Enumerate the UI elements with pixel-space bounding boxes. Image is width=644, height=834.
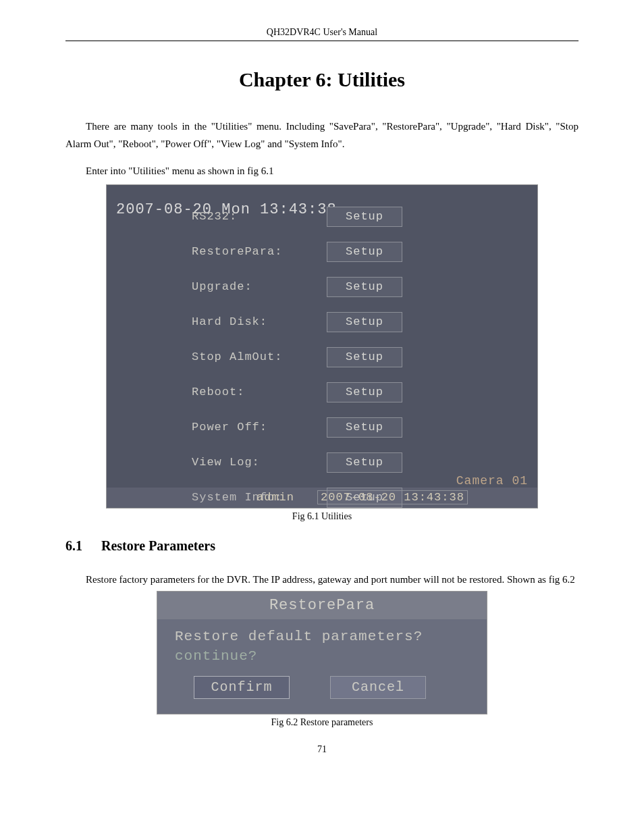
status-user: admin xyxy=(257,491,294,504)
setup-button-upgrade[interactable]: Setup xyxy=(327,277,402,297)
setup-button-rs232[interactable]: Setup xyxy=(327,207,402,227)
dialog-message-line1: Restore default parameters? xyxy=(175,629,469,644)
enter-instruction: Enter into "Utilities" menu as shown in … xyxy=(65,163,579,180)
dialog-body: Restore default parameters? continue? Co… xyxy=(157,619,487,714)
chapter-title: Chapter 6: Utilities xyxy=(65,68,579,91)
page-number: 71 xyxy=(65,744,579,755)
dialog-button-row: Confirm Cancel xyxy=(175,676,469,699)
menu-row-poweroff: Power Off: Setup xyxy=(192,417,510,438)
figure-6-2-restorepara-dialog: RestorePara Restore default parameters? … xyxy=(157,591,487,714)
label-reboot: Reboot: xyxy=(192,386,327,398)
section-6-1-heading: 6.1 Restore Parameters xyxy=(65,538,579,554)
dialog-message-line2: continue? xyxy=(175,648,469,664)
menu-row-rs232: RS232: Setup xyxy=(192,207,510,227)
figure-6-2-caption: Fig 6.2 Restore parameters xyxy=(65,717,579,728)
label-restorepara: RestorePara: xyxy=(192,245,327,258)
setup-button-poweroff[interactable]: Setup xyxy=(327,417,402,438)
menu-row-reboot: Reboot: Setup xyxy=(192,382,510,402)
cancel-button[interactable]: Cancel xyxy=(330,676,426,699)
section-6-1-paragraph: Restore factory parameters for the DVR. … xyxy=(65,571,579,589)
label-upgrade: Upgrade: xyxy=(192,280,327,293)
setup-button-harddisk[interactable]: Setup xyxy=(327,312,402,332)
label-stopalmout: Stop AlmOut: xyxy=(192,350,327,363)
status-datetime: 2007-08-20 13:43:38 xyxy=(317,490,468,504)
figure-6-1-utilities-screen: 2007-08-20 Mon 13:43:38 RS232: Setup Res… xyxy=(106,184,538,509)
page-header: QH32DVR4C User's Manual xyxy=(65,27,579,41)
label-rs232: RS232: xyxy=(192,210,327,223)
confirm-button[interactable]: Confirm xyxy=(194,676,290,699)
menu-row-stopalmout: Stop AlmOut: Setup xyxy=(192,347,510,367)
label-poweroff: Power Off: xyxy=(192,421,327,434)
osd-camera-overlay: Camera 01 xyxy=(456,474,528,488)
dialog-title: RestorePara xyxy=(157,592,487,619)
setup-button-restorepara[interactable]: Setup xyxy=(327,242,402,262)
menu-row-viewlog: View Log: Setup xyxy=(192,452,510,473)
section-title-text: Restore Parameters xyxy=(101,538,215,553)
section-number: 6.1 xyxy=(65,538,98,554)
setup-button-viewlog[interactable]: Setup xyxy=(327,452,402,473)
setup-button-reboot[interactable]: Setup xyxy=(327,382,402,402)
menu-row-upgrade: Upgrade: Setup xyxy=(192,277,510,297)
label-viewlog: View Log: xyxy=(192,456,327,469)
intro-paragraph: There are many tools in the "Utilities" … xyxy=(65,118,579,153)
setup-button-stopalmout[interactable]: Setup xyxy=(327,347,402,367)
label-harddisk: Hard Disk: xyxy=(192,315,327,328)
status-bar: admin 2007-08-20 13:43:38 xyxy=(107,488,537,508)
menu-row-restorepara: RestorePara: Setup xyxy=(192,242,510,262)
menu-row-harddisk: Hard Disk: Setup xyxy=(192,312,510,332)
